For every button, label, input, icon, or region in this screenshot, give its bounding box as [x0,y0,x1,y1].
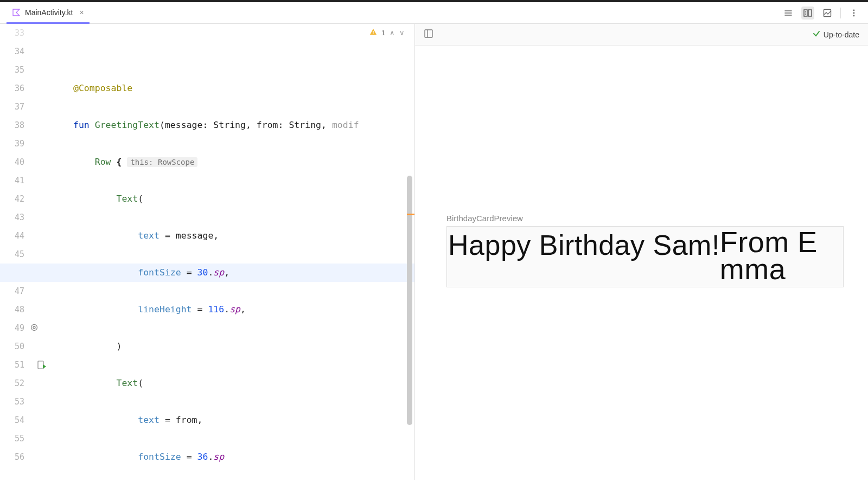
line-number: 55 [0,429,24,448]
svg-rect-11 [425,30,432,37]
gear-icon[interactable] [30,323,40,333]
line-number: 54 [0,411,24,429]
line-number: 45 [0,245,24,264]
line-number-gutter: 33 34 35 36 37 38 39 40 41 42 43 44 45 4… [0,24,30,480]
caret-stripe-marker [407,214,414,215]
receiver-hint: this: RowScope [127,157,197,167]
design-view-icon[interactable] [821,7,834,20]
svg-point-5 [853,15,855,17]
editor-view-controls [782,7,860,20]
main-split: 1 ∧ ∨ 33 34 35 36 37 38 39 40 41 42 43 4… [0,24,868,480]
code-view-icon[interactable] [782,7,795,20]
preview-status-text: Up-to-date [824,30,859,39]
line-number: 34 [0,42,24,61]
greeting-message-text: Happy Birthday Sam! [448,229,720,261]
line-number: 53 [0,393,24,411]
svg-point-3 [853,10,855,11]
line-number: 39 [0,134,24,153]
code-editor-pane[interactable]: 1 ∧ ∨ 33 34 35 36 37 38 39 40 41 42 43 4… [0,24,415,480]
line-number: 42 [0,190,24,208]
preview-render-surface[interactable]: Happy Birthday Sam! From Emma [446,226,844,287]
editor-scrollbar[interactable] [407,176,412,425]
svg-point-8 [31,325,37,331]
preview-composable-name: BirthdayCardPreview [446,214,846,223]
line-number: 38 [0,116,24,134]
more-options-icon[interactable] [847,7,860,20]
line-number: 36 [0,79,24,98]
line-number: 48 [0,300,24,319]
line-number: 44 [0,227,24,245]
gutter-icons [30,24,52,480]
tab-filename: MainActivity.kt [25,8,73,17]
svg-rect-2 [824,10,831,17]
preview-build-status: Up-to-date [813,30,859,39]
line-number: 35 [0,61,24,79]
split-view-icon[interactable] [801,7,814,20]
toolbar-divider [840,8,841,18]
line-number: 43 [0,208,24,227]
line-number: 40 [0,153,24,171]
run-preview-icon[interactable] [37,360,47,370]
line-number: 33 [0,24,24,42]
line-number: 41 [0,171,24,190]
close-tab-icon[interactable]: × [79,8,84,17]
svg-rect-1 [808,10,812,16]
code-content[interactable]: @Composable fun GreetingText(message: St… [73,24,415,480]
line-number: 37 [0,98,24,116]
svg-point-9 [33,326,35,329]
line-number: 56 [0,448,24,466]
svg-rect-10 [38,361,43,369]
check-icon [813,30,820,39]
compose-preview-pane: Up-to-date BirthdayCardPreview Happy Bir… [415,24,868,480]
line-number: 51 [0,356,24,374]
greeting-from-text: From Emma [720,229,842,282]
layout-panel-icon[interactable] [424,29,433,41]
line-number: 49 [0,319,24,337]
line-number: 50 [0,337,24,356]
preview-toolbar: Up-to-date [415,24,868,46]
tab-bar: MainActivity.kt × [0,2,868,24]
line-number: 52 [0,374,24,393]
line-number: 47 [0,282,24,300]
kotlin-file-icon [12,8,21,17]
svg-point-4 [853,12,855,14]
file-tab[interactable]: MainActivity.kt × [7,3,90,24]
preview-canvas[interactable]: BirthdayCardPreview Happy Birthday Sam! … [415,46,868,304]
